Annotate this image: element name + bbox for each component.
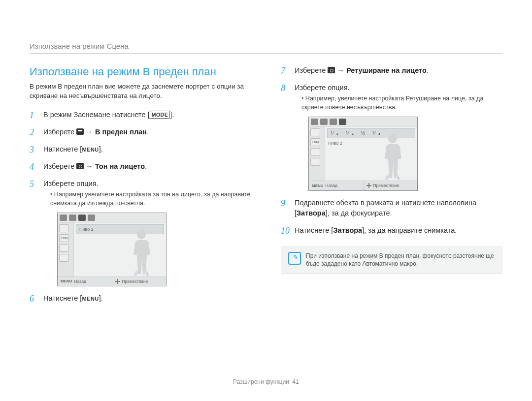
step-number: 4 [30, 160, 34, 173]
lcd-side-icon [310, 158, 320, 166]
lcd-top-icon [78, 215, 86, 221]
note-box: ✎ При използване на режим В преден план,… [281, 247, 502, 274]
step-8: 8 Изберете опция. Например, увеличете на… [281, 83, 502, 191]
step-number: 10 [281, 224, 290, 237]
footer-label: Разширени функции [233, 378, 289, 385]
step-6: 6 Натиснете [MENU]. [30, 293, 251, 304]
intro-paragraph: В режим В преден план вие можете да засн… [30, 82, 251, 101]
step-sub: Например увеличете настройката за тон на… [50, 190, 251, 208]
step-text: Натиснете [ [43, 145, 82, 153]
lcd-back-label: Назад [326, 183, 337, 188]
lcd-sidebar: 16м [309, 126, 325, 181]
lcd-level-text: Ниво 2 [79, 226, 94, 233]
menu-key: MENU [61, 278, 72, 284]
lcd-bottom-bar: MENUНазад Преместване [309, 181, 417, 190]
step-7: 7 Изберете → Ретуширане на лицето. [281, 65, 502, 76]
step-bold: В преден план [95, 128, 147, 136]
mode-key: MODE [150, 111, 170, 119]
lcd-top-icon [60, 215, 67, 221]
step-4: 4 Изберете → Тон на лицето. [30, 161, 251, 172]
lcd-side-icon: 16м [59, 234, 69, 242]
lcd-side-icon [310, 128, 320, 136]
step-number: 9 [281, 197, 285, 210]
step-3: 3 Натиснете [MENU]. [30, 144, 251, 154]
scene-icon [76, 128, 84, 135]
lcd-top-icon [339, 119, 346, 125]
note-text: При използване на режим В преден план, ф… [306, 252, 495, 269]
step-number: 7 [281, 64, 285, 77]
page-footer: Разширени функции 41 [0, 378, 532, 385]
lcd-back-label: Назад [74, 278, 86, 284]
lcd-top-icon [320, 119, 328, 125]
left-column: Използване на режим В преден план В режи… [30, 65, 251, 310]
step-sub: Например, увеличете настройката Ретушира… [301, 94, 502, 112]
lcd-side-icon [59, 254, 69, 262]
right-column: 7 Изберете → Ретуширане на лицето. 8 Изб… [281, 65, 502, 310]
person-silhouette-icon [127, 227, 156, 277]
lcd-top-icons [309, 117, 417, 126]
step-5: 5 Изберете опция. Например увеличете нас… [30, 179, 251, 287]
lcd-top-icon [330, 119, 337, 125]
step-number: 3 [30, 143, 34, 156]
step-bold: Затвора [297, 209, 326, 217]
step-10: 10 Натиснете [Затвора], за да направите … [281, 225, 502, 236]
note-icon: ✎ [288, 252, 301, 265]
lcd-side-icon [310, 148, 320, 156]
lcd-move-label: Преместване [122, 278, 148, 284]
step-bold: Ретуширане на лицето [346, 66, 427, 74]
step-text: Изберете опция. [43, 180, 99, 187]
camera-lcd: 16м ⅟₂ ⅟₁ ½ ⅟₃ Ниво 2 [308, 117, 418, 190]
step-number: 8 [281, 82, 285, 94]
step-bold: Тон на лицето [95, 162, 145, 170]
lcd-bottom-bar: MENUНазад Преместване [58, 277, 166, 286]
step-bold: Затвора [333, 226, 362, 234]
menu-key: MENU [82, 296, 99, 302]
step-text: Изберете [295, 66, 328, 74]
lcd-top-icon [311, 119, 318, 125]
lcd-top-icon [88, 215, 95, 221]
step-number: 1 [30, 109, 34, 122]
section-title: Използване на режим В преден план [30, 65, 251, 78]
lcd-side-icon [59, 244, 69, 252]
lcd-sidebar: 16м [58, 222, 74, 277]
direction-icon [115, 279, 120, 284]
lcd-level-text: Ниво 2 [328, 140, 342, 147]
footer-page: 41 [293, 378, 299, 385]
direction-icon [366, 183, 371, 188]
lcd-side-icon: 16м [310, 138, 320, 146]
person-silhouette-icon [378, 131, 407, 181]
step-2: 2 Изберете → В преден план. [30, 127, 251, 137]
camera-icon [76, 163, 84, 169]
step-number: 6 [30, 292, 34, 305]
step-text: Изберете опция. [295, 84, 350, 92]
menu-key: MENU [312, 183, 324, 189]
menu-key: MENU [82, 147, 99, 153]
step-number: 5 [30, 178, 34, 190]
step-text: Натиснете [ [295, 226, 333, 234]
step-1: 1 В режим Заснемане натиснете [MODE]. [30, 110, 251, 120]
lcd-top-icon [69, 215, 76, 221]
camera-icon [328, 67, 335, 73]
breadcrumb: Използване на режим Сцена [30, 42, 502, 54]
lcd-move-label: Преместване [373, 183, 399, 188]
lcd-top-icons [58, 213, 166, 222]
lcd-side-icon [59, 224, 69, 232]
step-text: Изберете [43, 162, 76, 170]
step-text: Изберете [43, 128, 76, 136]
step-9: 9 Подравнете обекта в рамката и натиснет… [281, 198, 502, 218]
lcd-level-marks: ⅟₂ ⅟₁ ½ ⅟₃ [331, 130, 383, 137]
step-number: 2 [30, 126, 34, 139]
step-text: Натиснете [ [43, 294, 82, 302]
step-text: В режим Заснемане натиснете [ [43, 111, 150, 119]
camera-lcd: 16м Ниво 2 [57, 213, 166, 286]
